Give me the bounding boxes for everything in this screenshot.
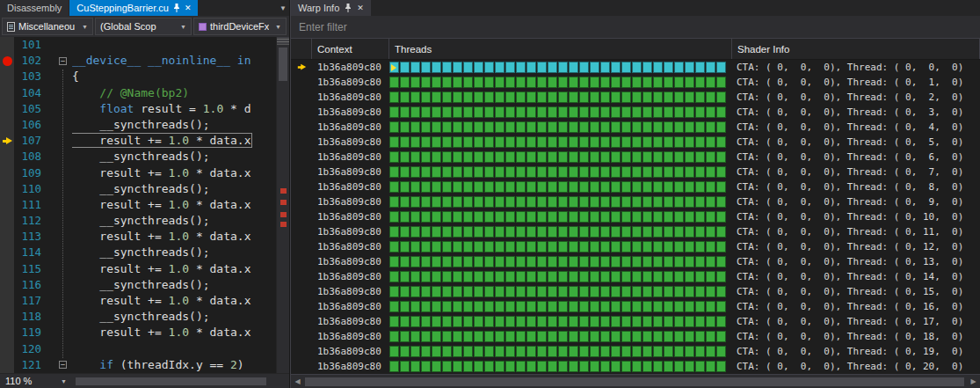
thread-cell[interactable] <box>474 136 483 148</box>
thread-cell[interactable] <box>579 346 589 357</box>
thread-cell[interactable] <box>600 136 610 148</box>
thread-cell[interactable] <box>484 136 494 148</box>
breakpoint-margin[interactable] <box>0 229 14 245</box>
thread-cell[interactable] <box>526 92 536 103</box>
thread-cell[interactable] <box>516 62 526 73</box>
thread-cell[interactable] <box>579 301 589 312</box>
thread-cell[interactable] <box>685 331 694 342</box>
thread-cell[interactable] <box>400 271 410 282</box>
thread-cell[interactable] <box>716 226 726 238</box>
breakpoint-margin[interactable] <box>0 309 14 325</box>
thread-cell[interactable] <box>453 331 462 342</box>
thread-cell[interactable] <box>621 77 631 88</box>
thread-cell[interactable] <box>569 271 578 282</box>
thread-cell[interactable] <box>442 166 452 178</box>
thread-cell[interactable] <box>632 346 642 357</box>
thread-cell[interactable] <box>590 316 599 327</box>
thread-cell[interactable] <box>695 286 705 297</box>
thread-cell[interactable] <box>537 316 547 327</box>
thread-cell[interactable] <box>389 181 399 193</box>
warp-row[interactable]: 1b36a809c80CTA: ( 0, 0, 0), Thread: ( 0,… <box>291 60 980 75</box>
thread-cell[interactable] <box>600 196 610 208</box>
thread-cell[interactable] <box>632 166 642 178</box>
thread-cell[interactable] <box>421 106 431 118</box>
thread-cell[interactable] <box>674 316 684 327</box>
thread-cell[interactable] <box>474 271 483 282</box>
thread-cell[interactable] <box>548 136 557 148</box>
thread-cell[interactable] <box>642 241 652 253</box>
zoom-dropdown[interactable]: 110 % ▼ <box>0 374 72 388</box>
thread-cell[interactable] <box>474 121 483 133</box>
breakpoint-margin[interactable] <box>0 37 14 53</box>
thread-cell[interactable] <box>558 241 568 253</box>
thread-cell[interactable] <box>484 226 494 238</box>
thread-cell[interactable] <box>421 271 431 282</box>
thread-cell[interactable] <box>526 271 536 282</box>
thread-cell[interactable] <box>505 346 515 357</box>
warp-row[interactable]: 1b36a809c80CTA: ( 0, 0, 0), Thread: ( 0,… <box>291 135 980 150</box>
thread-cell[interactable] <box>579 166 589 178</box>
thread-cell[interactable] <box>432 166 441 178</box>
thread-cell[interactable] <box>558 301 568 312</box>
thread-cell[interactable] <box>674 286 684 297</box>
thread-cell[interactable] <box>389 77 399 88</box>
thread-cell[interactable] <box>463 286 473 297</box>
thread-cell[interactable] <box>484 151 494 163</box>
thread-cell[interactable] <box>389 241 399 253</box>
thread-cell[interactable] <box>505 121 515 133</box>
thread-cell[interactable] <box>410 271 420 282</box>
thread-cell[interactable] <box>421 316 431 327</box>
thread-cell[interactable] <box>706 361 715 372</box>
thread-cell[interactable] <box>621 361 631 372</box>
thread-cell[interactable] <box>537 62 547 73</box>
thread-cell[interactable] <box>674 106 684 118</box>
thread-cell[interactable] <box>410 62 420 73</box>
thread-cell[interactable] <box>537 166 547 178</box>
thread-cell[interactable] <box>400 286 410 297</box>
thread-cell[interactable] <box>674 166 684 178</box>
thread-cell[interactable] <box>421 301 431 312</box>
thread-cell[interactable] <box>495 271 505 282</box>
thread-cell[interactable] <box>632 181 642 193</box>
thread-cell[interactable] <box>642 211 652 223</box>
thread-cell[interactable] <box>548 241 557 253</box>
function-dropdown[interactable]: thirdDeviceFx ▼ <box>193 18 287 35</box>
thread-cell[interactable] <box>432 241 441 253</box>
thread-cell[interactable] <box>621 62 631 73</box>
thread-cell[interactable] <box>389 92 399 103</box>
thread-cell[interactable] <box>642 92 652 103</box>
thread-cell[interactable] <box>400 256 410 267</box>
code-editor[interactable]: 101102−__device__ __noinline__ in103{104… <box>0 37 289 373</box>
thread-cell[interactable] <box>579 256 589 267</box>
thread-cell[interactable] <box>642 166 652 178</box>
thread-cell[interactable] <box>685 271 694 282</box>
thread-cell[interactable] <box>642 136 652 148</box>
thread-cell[interactable] <box>706 226 715 238</box>
thread-cell[interactable] <box>695 361 705 372</box>
thread-cell[interactable] <box>537 286 547 297</box>
thread-cell[interactable] <box>600 106 610 118</box>
warp-row[interactable]: 1b36a809c80CTA: ( 0, 0, 0), Thread: ( 0,… <box>291 179 980 194</box>
thread-cell[interactable] <box>463 121 473 133</box>
thread-cell[interactable] <box>632 286 642 297</box>
thread-cell[interactable] <box>432 286 441 297</box>
thread-cell[interactable] <box>569 226 578 238</box>
thread-cell[interactable] <box>664 196 673 208</box>
breakpoint-margin[interactable] <box>0 149 14 165</box>
thread-cell[interactable] <box>611 271 621 282</box>
thread-cell[interactable] <box>685 77 694 88</box>
thread-cell[interactable] <box>706 196 715 208</box>
thread-cell[interactable] <box>474 331 483 342</box>
thread-cell[interactable] <box>442 196 452 208</box>
thread-cell[interactable] <box>495 181 505 193</box>
thread-cell[interactable] <box>611 121 621 133</box>
thread-cell[interactable] <box>410 136 420 148</box>
thread-cell[interactable] <box>590 92 599 103</box>
thread-cell[interactable] <box>695 331 705 342</box>
thread-cell[interactable] <box>474 62 483 73</box>
thread-cell[interactable] <box>495 286 505 297</box>
column-header-shader-info[interactable]: Shader Info <box>732 39 980 59</box>
thread-cell[interactable] <box>653 62 663 73</box>
thread-cell[interactable] <box>716 106 726 118</box>
thread-cell[interactable] <box>611 211 621 223</box>
